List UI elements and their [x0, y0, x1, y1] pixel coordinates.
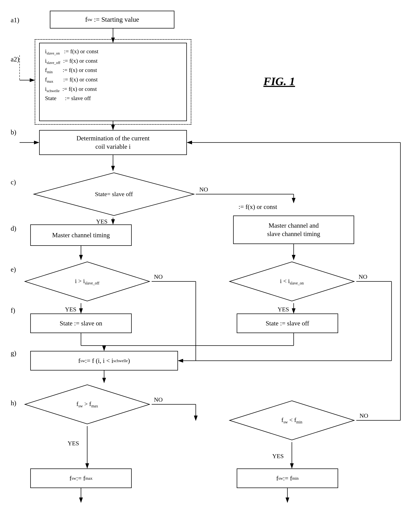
- box-fsw-min: fsw := fmin: [237, 468, 338, 488]
- svg-text:YES: YES: [272, 453, 284, 459]
- svg-text:YES: YES: [68, 440, 79, 447]
- flowchart-diagram: FIG. 1 a1) a2) b) c) d) e) f) g) h) fsw …: [0, 0, 420, 513]
- step-f: f): [11, 306, 15, 314]
- svg-text:NO: NO: [359, 273, 367, 280]
- step-a2: a2): [11, 55, 19, 63]
- diamond-fsw-fmax: fsw > fmax: [23, 383, 151, 426]
- diamond-fsw-fmin: fsw < fmin: [228, 399, 356, 442]
- fx-const-label: := f(x) or const: [239, 203, 277, 211]
- box-master-only: Master channel timing: [30, 224, 132, 246]
- svg-text:YES: YES: [96, 218, 107, 225]
- step-h: h): [11, 399, 16, 407]
- box-coil: Determination of the currentcoil variabl…: [39, 130, 187, 155]
- box-fsw-max: fsw := fmax: [30, 468, 132, 488]
- box-state-slave-off: State := slave off: [237, 314, 338, 333]
- step-b: b): [11, 128, 16, 136]
- box-fsw-calc: fsw := f (i, i < ischwelle): [30, 351, 178, 370]
- step-g: g): [11, 349, 16, 357]
- step-c: c): [11, 178, 16, 186]
- svg-text:YES: YES: [65, 306, 76, 313]
- svg-text:NO: NO: [199, 186, 208, 193]
- svg-text:NO: NO: [154, 273, 163, 280]
- step-e: e): [11, 265, 16, 273]
- diamond-state-check: State= slave off: [32, 171, 196, 217]
- diamond-i-slave-on: i < islave_on: [228, 260, 356, 303]
- svg-text:YES: YES: [278, 306, 289, 313]
- svg-text:NO: NO: [154, 396, 163, 403]
- box-master-slave: Master channel andslave channel timing: [233, 215, 354, 244]
- box-start: fsw := Starting value: [50, 11, 174, 29]
- svg-text:NO: NO: [360, 412, 368, 419]
- figure-label: FIG. 1: [263, 75, 295, 88]
- step-a1: a1): [11, 16, 19, 24]
- box-init: islave_on := f(x) or const islave_off :=…: [39, 43, 187, 121]
- diamond-i-slave-off: i > islave_off: [23, 260, 151, 303]
- box-state-slave-on: State := slave on: [30, 314, 132, 333]
- step-d: d): [11, 224, 16, 232]
